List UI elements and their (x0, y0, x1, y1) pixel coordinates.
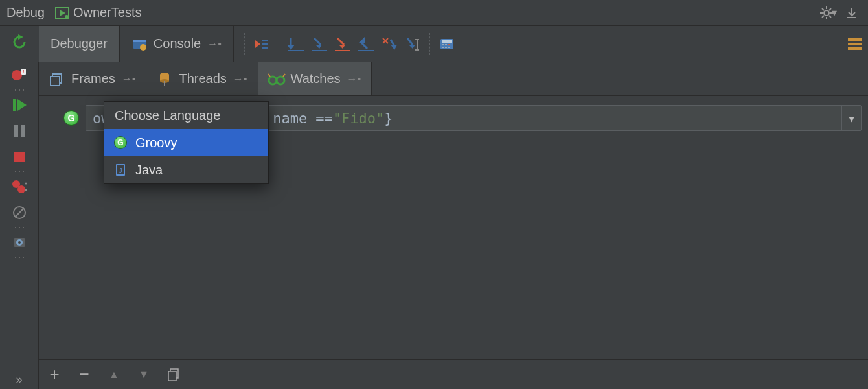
debug-toolbar (234, 26, 459, 62)
step-over-button[interactable] (284, 32, 308, 56)
svg-line-39 (407, 38, 413, 45)
step-out-button[interactable] (354, 32, 378, 56)
tab-console-label: Console (154, 36, 201, 51)
svg-line-82 (283, 74, 285, 77)
view-breakpoints-button[interactable] (8, 174, 30, 200)
svg-marker-23 (287, 45, 295, 50)
svg-rect-16 (133, 40, 146, 42)
settings-button[interactable]: ▾ (819, 3, 838, 23)
tab-console-pin-icon: →▪ (207, 38, 222, 50)
java-file-icon: J (113, 163, 128, 177)
choose-language-popup: Choose Language G Groovy J Java (104, 101, 269, 184)
svg-rect-87 (168, 371, 176, 381)
subtab-threads[interactable]: Threads →▪ (146, 62, 258, 95)
svg-rect-73 (51, 77, 60, 86)
rerun-button[interactable] (9, 30, 30, 54)
svg-point-65 (25, 183, 27, 185)
run-config-icon (55, 7, 69, 19)
popup-item-java-label: Java (135, 163, 163, 178)
force-step-into-button[interactable] (331, 32, 354, 56)
popup-item-groovy[interactable]: G Groovy (104, 129, 268, 156)
drop-frame-button[interactable] (378, 32, 401, 56)
svg-marker-38 (391, 45, 397, 50)
svg-line-8 (822, 8, 824, 10)
svg-marker-27 (315, 45, 322, 49)
svg-point-2 (65, 15, 69, 19)
add-watch-button[interactable]: + (45, 366, 63, 384)
svg-rect-52 (848, 38, 862, 41)
svg-line-68 (15, 208, 24, 217)
svg-marker-33 (358, 37, 365, 43)
debugger-main: Frames →▪ Threads →▪ Watches →▪ G owner.… (39, 62, 868, 389)
tab-debugger-label: Debugger (51, 36, 108, 51)
svg-point-55 (12, 70, 22, 80)
popup-title: Choose Language (104, 102, 268, 129)
step-into-button[interactable] (308, 32, 331, 56)
show-execution-point-button[interactable] (250, 32, 273, 56)
frames-pin-icon: →▪ (122, 73, 136, 85)
svg-marker-59 (17, 99, 27, 111)
svg-rect-47 (445, 44, 447, 45)
svg-text:J: J (119, 167, 122, 174)
expand-sidebar-button[interactable]: » (16, 370, 22, 389)
duplicate-watch-button[interactable] (165, 366, 183, 384)
svg-line-81 (268, 74, 270, 77)
move-up-button[interactable]: ▲ (105, 366, 123, 384)
popup-item-groovy-label: Groovy (135, 136, 177, 150)
debug-sidebar: ! » (0, 62, 39, 389)
svg-rect-58 (13, 99, 16, 111)
svg-rect-49 (442, 47, 444, 48)
hide-button[interactable] (842, 3, 862, 23)
debugger-subtabs: Frames →▪ Threads →▪ Watches →▪ (39, 62, 868, 96)
pause-button[interactable] (8, 118, 30, 144)
tab-debugger[interactable]: Debugger (39, 26, 120, 62)
svg-rect-51 (448, 47, 450, 48)
frames-icon (49, 71, 65, 87)
thread-dump-button[interactable] (8, 230, 30, 255)
groovy-icon: G (113, 136, 128, 150)
expr-string: "Fido" (333, 110, 384, 126)
language-badge-icon[interactable]: G (63, 110, 79, 126)
svg-point-64 (17, 185, 25, 193)
debug-actions-col-top (0, 26, 39, 62)
console-icon (131, 36, 147, 52)
expr-part2: } (384, 110, 393, 126)
svg-line-9 (829, 16, 831, 18)
svg-point-71 (18, 241, 21, 244)
threads-icon (157, 71, 172, 87)
watches-icon (269, 71, 284, 87)
layout-button[interactable] (842, 26, 868, 62)
expression-history-dropdown[interactable]: ▾ (841, 106, 861, 130)
stop-button[interactable] (8, 144, 30, 170)
subtab-frames[interactable]: Frames →▪ (39, 62, 146, 95)
svg-point-3 (824, 10, 829, 16)
svg-marker-14 (18, 34, 23, 40)
svg-marker-1 (60, 10, 65, 16)
svg-rect-62 (14, 152, 25, 162)
subtab-watches-label: Watches (291, 71, 341, 86)
mute-breakpoints-button[interactable] (8, 200, 30, 226)
svg-rect-48 (448, 44, 450, 45)
threads-pin-icon: →▪ (233, 73, 247, 85)
resume-with-breakpoint-button[interactable]: ! (8, 62, 30, 88)
svg-line-29 (337, 38, 344, 45)
move-down-button[interactable]: ▼ (135, 366, 153, 384)
evaluate-expression-button[interactable] (435, 32, 459, 56)
svg-line-11 (822, 16, 824, 18)
remove-watch-button[interactable]: − (75, 366, 93, 384)
svg-point-78 (269, 77, 277, 84)
subtab-frames-label: Frames (71, 71, 115, 86)
popup-item-java[interactable]: J Java (104, 156, 268, 183)
run-config-name: OwnerTests (73, 5, 142, 20)
svg-text:!: ! (23, 69, 24, 75)
svg-marker-40 (409, 45, 415, 49)
toolwindow-titlebar: Debug OwnerTests ▾ (0, 0, 868, 26)
svg-marker-18 (255, 40, 260, 48)
svg-rect-45 (442, 40, 452, 43)
resume-button[interactable] (8, 92, 30, 118)
svg-rect-46 (442, 44, 444, 45)
run-to-cursor-button[interactable] (401, 32, 424, 56)
watches-pin-icon: →▪ (347, 73, 361, 85)
tab-console[interactable]: Console →▪ (120, 26, 234, 62)
subtab-watches[interactable]: Watches →▪ (258, 62, 372, 95)
